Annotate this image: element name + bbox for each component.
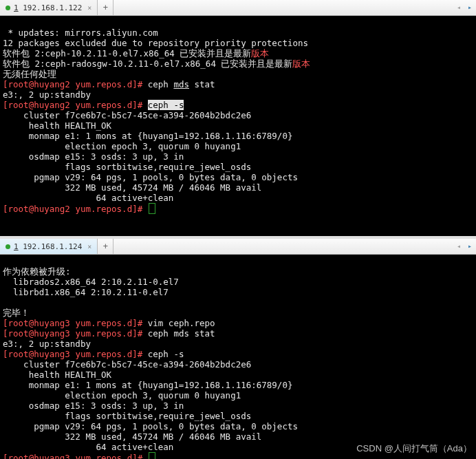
terminal-bottom[interactable]: 作为依赖被升级: librados2.x86_64 2:10.2.11-0.el…	[0, 255, 476, 459]
status-dot-icon	[6, 6, 10, 10]
term-line: e3:, 2 up:standby	[3, 339, 91, 349]
term-line: health HEALTH_OK	[3, 120, 111, 131]
add-tab-button[interactable]: +	[98, 239, 113, 254]
term-line: librbd1.x86_64 2:10.2.11-0.el7	[3, 287, 169, 297]
tab-session-1[interactable]: 1 192.168.1.122 ×	[0, 0, 98, 15]
term-line: 版本	[251, 48, 269, 58]
cmd-selected: ceph -s	[148, 100, 184, 110]
term-line: 322 MB used, 45724 MB / 46046 MB avail	[3, 431, 261, 442]
prompt-bracket: [	[3, 453, 8, 459]
prompt-host: huyang2	[34, 100, 70, 110]
cmd-text: mds	[173, 79, 189, 89]
status-dot-icon	[6, 244, 10, 249]
prompt-bracket: ]	[132, 79, 138, 89]
term-line: 软件包 2:ceph-radosgw-10.2.11-0.el7.x86_64 …	[3, 58, 292, 69]
prompt-bracket: ]	[132, 100, 138, 110]
prompt-path: yum.repos.d	[70, 328, 132, 339]
term-line: cluster f7ce6b7c-b5c7-45ce-a394-2604b2bd…	[3, 110, 251, 120]
term-line: e3:, 2 up:standby	[3, 89, 91, 100]
prompt-host: huyang2	[34, 204, 70, 214]
term-line: pgmap v29: 64 pgs, 1 pools, 0 bytes data…	[3, 421, 298, 431]
term-line: health HEALTH_OK	[3, 370, 111, 380]
term-line: 作为依赖被升级:	[3, 266, 71, 277]
cmd-text: vim ceph.repo	[148, 318, 215, 328]
pane-top: 1 192.168.1.122 × + ◂ ▸ * updates: mirro…	[0, 0, 476, 236]
term-line: pgmap v29: 64 pgs, 1 pools, 0 bytes data…	[3, 172, 298, 182]
term-line: 12 packages excluded due to repository p…	[3, 38, 308, 48]
prompt-user: root	[8, 100, 29, 110]
term-line: 64 active+clean	[3, 193, 173, 203]
close-icon[interactable]: ×	[87, 243, 91, 250]
prompt-user: root	[8, 79, 29, 89]
prompt-bracket: [	[3, 79, 8, 89]
term-line: * updates: mirrors.aliyun.com	[3, 28, 158, 38]
cmd-text: ceph mds stat	[148, 328, 215, 339]
term-line: 完毕！	[3, 308, 30, 318]
prompt-bracket: [	[3, 349, 8, 359]
cursor-icon	[149, 452, 155, 459]
prompt-bracket: ]	[132, 328, 138, 339]
term-line: 64 active+clean	[3, 442, 173, 452]
tab-index: 1	[14, 242, 19, 251]
prompt-host: huyang3	[34, 453, 70, 459]
prompt-user: root	[8, 349, 29, 359]
term-line: election epoch 3, quorum 0 huyang1	[3, 390, 241, 401]
cmd-text: ceph -s	[148, 349, 184, 359]
prompt-user: root	[8, 328, 29, 339]
prompt-host: huyang3	[34, 328, 70, 339]
arrow-left-icon[interactable]: ◂	[454, 3, 464, 12]
prompt-bracket: [	[3, 204, 8, 214]
prompt-hash: #	[138, 349, 148, 359]
prompt-hash: #	[138, 328, 148, 339]
prompt-host: huyang2	[34, 79, 70, 89]
term-line: 322 MB used, 45724 MB / 46046 MB avail	[3, 182, 261, 193]
arrow-right-icon[interactable]: ▸	[465, 3, 475, 12]
prompt-user: root	[8, 318, 29, 328]
prompt-hash: #	[138, 100, 148, 110]
prompt-bracket: ]	[132, 453, 138, 459]
tab-ip: 192.168.1.122	[23, 3, 82, 12]
term-line: 版本	[292, 58, 310, 69]
prompt-bracket: [	[3, 100, 8, 110]
prompt-hash: #	[138, 318, 148, 328]
prompt-bracket: ]	[132, 204, 138, 214]
prompt-hash: #	[138, 79, 148, 89]
term-line: flags sortbitwise,require_jewel_osds	[3, 411, 251, 421]
prompt-path: yum.repos.d	[70, 79, 132, 89]
term-line: flags sortbitwise,require_jewel_osds	[3, 162, 251, 172]
term-line: 无须任何处理	[3, 69, 56, 79]
prompt-bracket: [	[3, 318, 8, 328]
terminal-top[interactable]: * updates: mirrors.aliyun.com 12 package…	[0, 16, 476, 236]
tab-session-2[interactable]: 1 192.168.1.124 ×	[0, 239, 98, 254]
prompt-path: yum.repos.d	[70, 318, 132, 328]
tab-nav-arrows: ◂ ▸	[454, 0, 475, 15]
prompt-user: root	[8, 453, 29, 459]
prompt-user: root	[8, 204, 29, 214]
add-tab-button[interactable]: +	[98, 0, 113, 15]
prompt-bracket: ]	[132, 318, 138, 328]
term-line: 软件包 2:ceph-10.2.11-0.el7.x86_64 已安装并且是最新	[3, 48, 251, 58]
tabbar-bottom: 1 192.168.1.124 × + ◂ ▸	[0, 239, 476, 255]
tabbar-top: 1 192.168.1.122 × + ◂ ▸	[0, 0, 476, 16]
arrow-right-icon[interactable]: ▸	[465, 242, 475, 251]
prompt-bracket: [	[3, 328, 8, 339]
prompt-hash: #	[138, 204, 148, 214]
arrow-left-icon[interactable]: ◂	[454, 242, 464, 251]
close-icon[interactable]: ×	[87, 4, 91, 12]
term-line: cluster f7ce6b7c-b5c7-45ce-a394-2604b2bd…	[3, 359, 251, 370]
term-line: librados2.x86_64 2:10.2.11-0.el7	[3, 277, 179, 287]
cursor-icon	[149, 203, 155, 214]
term-line: osdmap e15: 3 osds: 3 up, 3 in	[3, 151, 184, 162]
cmd-text: ceph	[148, 79, 174, 89]
tab-index: 1	[14, 3, 19, 12]
prompt-path: yum.repos.d	[70, 204, 132, 214]
term-line: monmap e1: 1 mons at {huyang1=192.168.1.…	[3, 131, 292, 141]
prompt-path: yum.repos.d	[70, 453, 132, 459]
term-line: monmap e1: 1 mons at {huyang1=192.168.1.…	[3, 380, 292, 390]
term-line: election epoch 3, quorum 0 huyang1	[3, 141, 241, 151]
pane-bottom: 1 192.168.1.124 × + ◂ ▸ 作为依赖被升级: librado…	[0, 239, 476, 459]
prompt-host: huyang3	[34, 349, 70, 359]
prompt-host: huyang3	[34, 318, 70, 328]
prompt-bracket: ]	[132, 349, 138, 359]
prompt-path: yum.repos.d	[70, 100, 132, 110]
